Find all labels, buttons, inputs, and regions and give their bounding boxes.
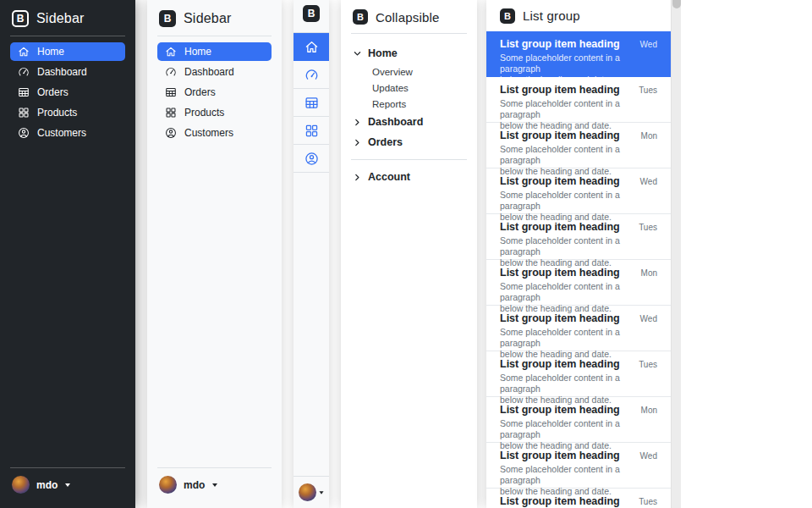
nav-item-orders[interactable]: Orders	[157, 83, 272, 102]
list-item-date: Tues	[639, 360, 657, 369]
list-item-header-row: List group item headingWed	[500, 450, 657, 461]
collapsible-link-updates[interactable]: Updates	[351, 80, 467, 96]
list-item-body-line: Some placeholder content in a paragraph	[500, 52, 657, 75]
spacer	[10, 142, 125, 459]
nav-item-products[interactable]: Products	[10, 103, 125, 122]
list-item-header-row: List group item headingMon	[500, 267, 657, 279]
light-sidebar-brand[interactable]: B Sidebar	[157, 9, 272, 27]
list-item-header-row: List group item headingWed	[500, 175, 657, 187]
list-group-item[interactable]: List group item headingTuesSome placehol…	[486, 489, 671, 508]
list-item-body-line: Some placeholder content in a paragraph	[500, 418, 657, 440]
icon-tab-dashboard[interactable]	[294, 61, 329, 89]
nav-item-label: Customers	[184, 127, 233, 139]
dark-sidebar-brand[interactable]: B Sidebar	[10, 9, 125, 27]
nav-item-orders[interactable]: Orders	[10, 83, 125, 102]
list-group: List group item headingWedSome placehold…	[486, 31, 671, 508]
list-group-item[interactable]: List group item headingTuesSome placehol…	[486, 214, 671, 260]
nav-item-home[interactable]: Home	[157, 42, 272, 61]
speedometer-icon	[304, 68, 319, 82]
nav-item-label: Products	[37, 107, 77, 119]
divider	[351, 33, 467, 34]
user-menu-light[interactable]: mdo	[157, 474, 272, 499]
list-group-item[interactable]: List group item headingWedSome placehold…	[486, 306, 671, 351]
nav-item-products[interactable]: Products	[157, 103, 272, 122]
house-icon	[165, 46, 177, 58]
user-menu-icons[interactable]	[294, 482, 329, 508]
nav-item-home[interactable]: Home	[10, 42, 125, 61]
list-item-body-line: Some placeholder content in a paragraph	[500, 281, 657, 303]
divider	[10, 467, 125, 468]
list-item-header-row: List group item headingMon	[500, 404, 657, 416]
list-item-body-line: Some placeholder content in a paragraph	[500, 373, 657, 395]
collapsible-group-label: Home	[368, 47, 398, 59]
list-group-item[interactable]: List group item headingTuesSome placehol…	[486, 77, 671, 123]
collapsible-link-reports[interactable]: Reports	[351, 96, 467, 112]
collapsible-group-home[interactable]: Home	[351, 43, 467, 64]
nav-item-dashboard[interactable]: Dashboard	[10, 63, 125, 81]
list-item-date: Wed	[640, 314, 657, 323]
nav-item-label: Home	[184, 46, 211, 58]
list-item-header-row: List group item headingTues	[500, 221, 657, 233]
list-group-panel: B List group List group item headingWedS…	[486, 0, 671, 508]
avatar	[159, 476, 177, 494]
collapsible-group-account[interactable]: Account	[351, 167, 467, 187]
divider	[157, 36, 272, 36]
collapsible-link-overview[interactable]: Overview	[351, 64, 467, 80]
divider	[157, 467, 272, 468]
scrollbar[interactable]	[671, 0, 681, 508]
bootstrap-logo[interactable]: B	[303, 5, 320, 22]
caret-down-icon	[65, 483, 70, 487]
list-group-item[interactable]: List group item headingTuesSome placehol…	[486, 351, 671, 397]
list-item-heading: List group item heading	[500, 404, 620, 416]
list-item-header-row: List group item headingMon	[500, 130, 657, 141]
icon-tab-customers[interactable]	[294, 145, 329, 173]
collapsible-group-dashboard[interactable]: Dashboard	[351, 112, 467, 132]
nav-item-dashboard[interactable]: Dashboard	[157, 63, 272, 81]
list-item-date: Tues	[639, 497, 657, 506]
user-menu-dark[interactable]: mdo	[10, 474, 125, 499]
chevron-right-icon	[353, 173, 362, 182]
list-group-title: List group	[523, 8, 580, 23]
list-item-body-line: Some placeholder content in a paragraph	[500, 144, 657, 166]
person-circle-icon	[304, 152, 319, 166]
nav-item-label: Customers	[37, 127, 86, 139]
dark-sidebar: B Sidebar HomeDashboardOrdersProductsCus…	[0, 0, 135, 508]
nav-item-label: Orders	[37, 86, 69, 98]
icon-tab-products[interactable]	[294, 117, 329, 145]
list-group-brand[interactable]: B List group	[486, 0, 671, 31]
list-group-item[interactable]: List group item headingMonSome placehold…	[486, 123, 671, 168]
chevron-right-icon	[353, 138, 362, 147]
bootstrap-logo: B	[12, 10, 29, 27]
icon-tab-orders[interactable]	[294, 89, 329, 117]
table-icon	[304, 96, 319, 110]
list-item-heading: List group item heading	[500, 175, 620, 187]
house-icon	[304, 40, 319, 54]
collapsible-brand[interactable]: B Collapsible	[351, 8, 467, 25]
grid-icon	[304, 124, 319, 138]
nav-item-label: Dashboard	[37, 66, 87, 78]
collapsible-group-orders[interactable]: Orders	[351, 132, 467, 152]
list-group-item[interactable]: List group item headingMonSome placehold…	[486, 397, 671, 443]
bootstrap-sidebars-page: B Sidebar HomeDashboardOrdersProductsCus…	[0, 0, 812, 508]
list-item-body-line: Some placeholder content in a paragraph	[500, 464, 657, 486]
dark-sidebar-title: Sidebar	[36, 11, 85, 26]
list-group-item[interactable]: List group item headingMonSome placehold…	[486, 260, 671, 306]
list-item-heading: List group item heading	[500, 130, 620, 141]
list-item-body-line: Some placeholder content in a paragraph	[500, 235, 657, 257]
list-item-heading: List group item heading	[500, 358, 620, 370]
nav-item-label: Orders	[184, 86, 216, 98]
nav-item-customers[interactable]: Customers	[10, 124, 125, 142]
nav-item-customers[interactable]: Customers	[157, 124, 272, 142]
nav-item-label: Dashboard	[184, 66, 234, 78]
list-group-item[interactable]: List group item headingWedSome placehold…	[486, 31, 671, 77]
collapsible-group-label: Account	[368, 171, 410, 183]
collapsible-title: Collapsible	[376, 10, 440, 25]
scrollbar-thumb[interactable]	[672, 0, 681, 8]
list-group-item[interactable]: List group item headingWedSome placehold…	[486, 168, 671, 214]
icon-tab-home[interactable]	[294, 33, 329, 61]
caret-down-icon	[319, 491, 323, 494]
list-group-item[interactable]: List group item headingWedSome placehold…	[486, 443, 671, 489]
user-name: mdo	[36, 479, 58, 491]
list-item-date: Wed	[640, 40, 657, 49]
avatar	[299, 483, 316, 501]
